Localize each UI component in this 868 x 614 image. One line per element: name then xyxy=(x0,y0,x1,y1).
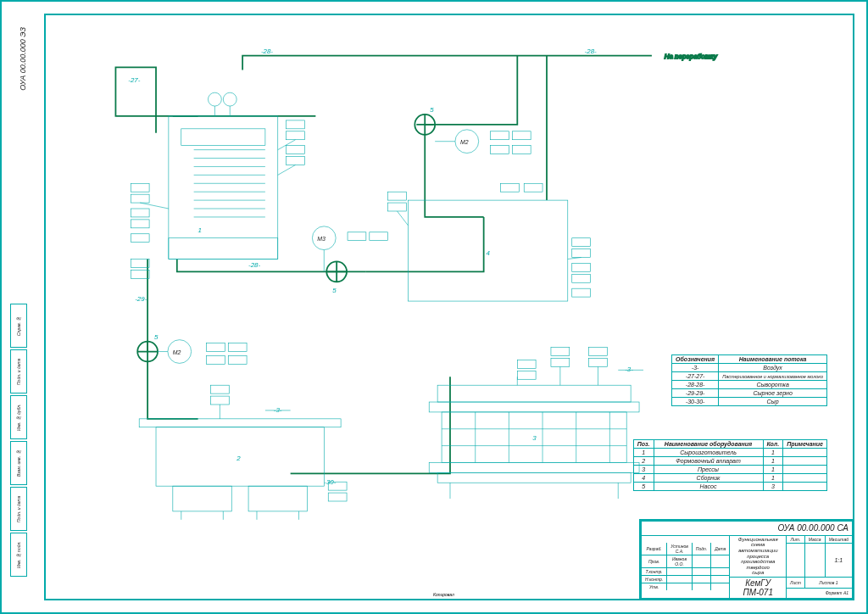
equipment-1: 1 xyxy=(169,92,278,259)
footer-copy: Копировал xyxy=(433,592,454,597)
svg-rect-91 xyxy=(551,348,570,356)
svg-rect-79 xyxy=(491,146,509,154)
svg-rect-64 xyxy=(572,249,591,258)
svg-rect-60 xyxy=(388,203,407,211)
svg-rect-66 xyxy=(572,274,591,282)
svg-text:4: 4 xyxy=(487,249,491,257)
svg-rect-61 xyxy=(500,183,519,192)
svg-text:1: 1 xyxy=(198,226,202,234)
equipment-table: Поз.Наименование оборудованияКол.Примеча… xyxy=(633,439,827,491)
svg-rect-74 xyxy=(131,270,149,278)
svg-rect-3 xyxy=(169,116,278,260)
svg-rect-90 xyxy=(517,371,536,379)
svg-rect-89 xyxy=(517,360,536,368)
svg-rect-84 xyxy=(228,355,247,364)
svg-rect-82 xyxy=(228,343,247,352)
svg-rect-63 xyxy=(572,238,591,247)
svg-rect-56 xyxy=(287,131,305,140)
svg-rect-68 xyxy=(131,183,149,192)
svg-rect-24 xyxy=(173,486,231,511)
svg-line-97 xyxy=(398,211,409,226)
pump-5b: 5 xyxy=(332,287,337,294)
svg-rect-41 xyxy=(429,462,639,472)
svg-rect-75 xyxy=(348,232,366,241)
motor-m2-left: М2 xyxy=(158,340,192,364)
svg-rect-77 xyxy=(491,131,509,140)
title-block: ОУА 00.00.000 СА Разраб.Устинов С.А.Подп… xyxy=(639,519,853,599)
fl-28a: -28- xyxy=(261,47,273,55)
svg-text:М2: М2 xyxy=(460,139,469,145)
svg-rect-58 xyxy=(287,157,305,165)
svg-rect-93 xyxy=(589,348,608,356)
svg-rect-73 xyxy=(131,259,149,267)
svg-rect-59 xyxy=(388,192,407,200)
inner-frame: На переработку xyxy=(44,14,854,600)
svg-text:М2: М2 xyxy=(173,349,181,355)
flows-table: ОбозначенияНаименование потока -3-Воздух… xyxy=(671,354,827,406)
svg-rect-31 xyxy=(437,385,631,402)
motor-m3: М3 xyxy=(312,226,336,272)
svg-rect-81 xyxy=(206,343,225,352)
equipment-3: 3 xyxy=(429,385,639,499)
svg-rect-94 xyxy=(589,358,608,366)
svg-rect-65 xyxy=(572,263,591,271)
flow-label-out: На переработку xyxy=(665,53,718,60)
svg-point-15 xyxy=(208,92,221,106)
svg-rect-23 xyxy=(139,419,341,427)
fl-27: -27- xyxy=(128,76,140,84)
motor-m2-top: М2 xyxy=(435,130,479,154)
svg-rect-4 xyxy=(181,129,265,146)
svg-rect-71 xyxy=(131,220,149,228)
svg-text:3: 3 xyxy=(532,434,537,442)
pump-5a: 5 xyxy=(430,106,434,114)
svg-line-95 xyxy=(278,140,296,150)
svg-rect-67 xyxy=(572,288,591,297)
svg-rect-72 xyxy=(131,234,149,243)
svg-rect-14 xyxy=(169,238,278,260)
fl-28c: -28- xyxy=(585,47,597,55)
fl-30: -30- xyxy=(324,478,336,486)
pump-5c: 5 xyxy=(154,333,159,341)
svg-rect-42 xyxy=(437,472,631,483)
svg-line-98 xyxy=(140,203,169,209)
svg-rect-80 xyxy=(512,146,531,154)
fl-3b: -3- xyxy=(625,366,633,373)
svg-text:2: 2 xyxy=(236,455,241,462)
svg-rect-69 xyxy=(131,194,149,203)
svg-rect-88 xyxy=(328,493,347,501)
svg-rect-70 xyxy=(131,209,149,217)
svg-rect-85 xyxy=(210,385,229,394)
svg-rect-78 xyxy=(512,131,531,140)
fl-3a: -3- xyxy=(274,406,282,414)
svg-rect-92 xyxy=(551,358,570,366)
equipment-4: 4 xyxy=(408,200,567,301)
svg-rect-76 xyxy=(370,232,388,241)
doc-code-side: ОУА 00.00.000 ЭЗ xyxy=(19,27,27,91)
drawing-sheet: ОУА 00.00.000 ЭЗ На переработку xyxy=(0,0,868,614)
svg-rect-32 xyxy=(429,402,639,412)
svg-rect-62 xyxy=(524,183,542,192)
svg-text:М3: М3 xyxy=(317,236,326,242)
svg-point-16 xyxy=(223,92,236,106)
svg-rect-25 xyxy=(248,486,307,511)
instrument-tags xyxy=(131,120,607,501)
side-tabs: Справ. № Подп. и дата Инв. № дубл. Взам.… xyxy=(10,304,27,578)
svg-line-96 xyxy=(278,165,296,175)
equipment-2: 2 xyxy=(139,419,341,520)
svg-rect-83 xyxy=(206,355,225,364)
svg-rect-57 xyxy=(287,146,305,154)
fl-28b: -28- xyxy=(248,261,260,269)
svg-rect-55 xyxy=(287,120,305,129)
fl-29: -29- xyxy=(135,295,147,303)
schematic-svg: На переработку xyxy=(46,15,853,599)
svg-rect-86 xyxy=(210,396,229,405)
